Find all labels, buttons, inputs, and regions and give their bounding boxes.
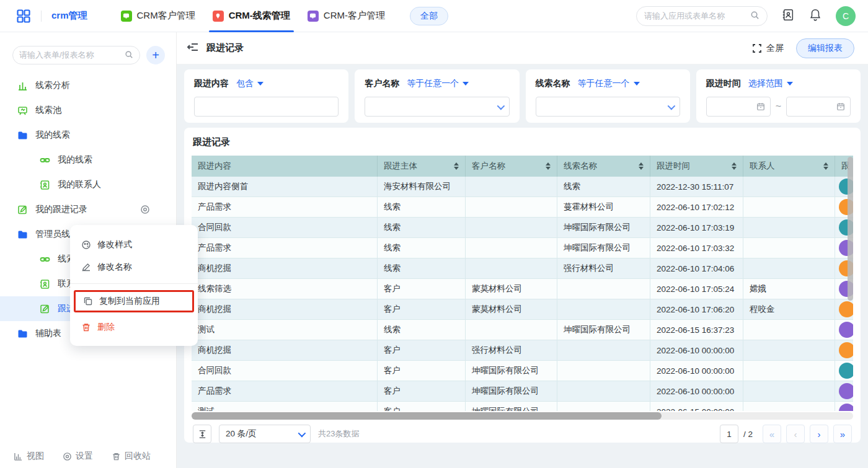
sort-icon[interactable] (823, 162, 828, 170)
pagination-bar: 20 条/页 共23条数据 1 / 2 « ‹ › » (192, 420, 853, 448)
recycle-bin-button[interactable]: 回收站 (112, 451, 151, 462)
menu-item-copy-to-app[interactable]: 复制到当前应用 (74, 290, 194, 312)
column-header[interactable]: 跟进主体 (378, 156, 466, 177)
column-header[interactable]: 跟进内容 (192, 156, 378, 177)
table-row[interactable]: 合同回款 线索 坤曜国际有限公司 2022-06-10 17:03:19 (192, 218, 853, 238)
date-start-input[interactable] (706, 97, 771, 117)
chevron-down-icon (298, 429, 306, 437)
table-row[interactable]: 跟进内容侧首 海安材料有限公司 线索 2022-12-30 15:11:07 (192, 177, 853, 197)
filter-text-input[interactable] (194, 97, 339, 117)
last-page-button[interactable]: » (833, 425, 852, 443)
column-header[interactable]: 跟进时间 (650, 156, 743, 177)
edit-note-icon (17, 205, 28, 215)
followup-records-card: 跟进记录 跟进内容 跟进主体 客户名称 (184, 128, 861, 443)
sort-icon[interactable] (639, 162, 644, 170)
tab-crm-customer-mgmt[interactable]: CRM客户管理 (112, 0, 204, 32)
collapse-sidebar-icon[interactable] (187, 41, 199, 56)
home-app-link[interactable]: crm管理 (51, 10, 87, 22)
table: 跟进内容 跟进主体 客户名称 线索名称 (192, 156, 853, 411)
contact-card-icon (40, 180, 50, 190)
fullscreen-button[interactable]: 全屏 (752, 43, 784, 54)
sort-icon[interactable] (546, 162, 551, 170)
follower-avatar (839, 342, 853, 358)
sidebar-item-my-contacts[interactable]: 我的联系人 (0, 172, 176, 197)
user-avatar[interactable]: C (836, 6, 856, 26)
operator-dropdown[interactable]: 等于任意一个 (578, 78, 640, 89)
views-button[interactable]: 视图 (14, 451, 44, 462)
menu-item-edit-style[interactable]: 修改样式 (70, 234, 198, 256)
table-row[interactable]: 产品需求 客户 坤曜国际有限公司 2022-06-10 00:00:00 (192, 381, 853, 402)
notifications-bell-icon[interactable] (808, 8, 822, 24)
first-page-button[interactable]: « (763, 425, 781, 443)
sort-icon[interactable] (732, 162, 737, 170)
total-count: 共23条数据 (318, 428, 359, 439)
filter-label: 跟进时间 (706, 78, 741, 89)
table-row[interactable]: 商机挖掘 客户 蒙莫材料公司 2022-06-10 17:06:20 程咬金 (192, 299, 853, 320)
scrollbar-thumb[interactable] (192, 412, 662, 420)
sidebar-item-label: 我的线索 (58, 154, 92, 166)
table-row[interactable]: 商机挖掘 客户 强行材料公司 2022-06-10 00:00:00 (192, 340, 853, 361)
app-icon-purple (308, 11, 319, 22)
menu-item-rename[interactable]: 修改名称 (70, 256, 198, 278)
column-header[interactable]: 联系人 (743, 156, 835, 177)
search-placeholder: 请输入应用或表单名称 (644, 11, 750, 22)
operator-dropdown[interactable]: 选择范围 (748, 78, 793, 89)
follower-avatar (839, 301, 853, 317)
all-apps-button[interactable]: 全部 (410, 7, 448, 25)
chevron-down-icon (667, 102, 675, 110)
gear-icon[interactable] (140, 205, 150, 214)
tab-crm-client-mgmt[interactable]: CRM-客户管理 (299, 0, 394, 32)
contacts-icon[interactable] (781, 8, 795, 24)
sort-icon[interactable] (454, 162, 459, 170)
horizontal-scrollbar[interactable] (192, 412, 853, 420)
edit-report-button[interactable]: 编辑报表 (796, 38, 854, 58)
settings-button[interactable]: 设置 (63, 451, 93, 462)
sidebar-item-lead-pool[interactable]: 线索池 (0, 98, 176, 123)
sidebar-item-label: 我的联系人 (58, 179, 101, 190)
table-title: 跟进记录 (193, 136, 853, 148)
page-size-select[interactable]: 20 条/页 (219, 425, 311, 443)
vertical-scrollbar[interactable] (848, 157, 853, 301)
table-row[interactable]: 合同回款 客户 坤曜国际有限公司 2022-06-10 00:00:00 (192, 361, 853, 381)
page-title: 跟进记录 (206, 42, 244, 54)
table-row[interactable]: 线索筛选 客户 蒙莫材料公司 2022-06-10 17:05:24 嫦娥 (192, 279, 853, 299)
column-header[interactable]: 客户名称 (466, 156, 557, 177)
menu-item-delete[interactable]: 删除 (70, 316, 198, 338)
table-row[interactable]: 产品需求 线索 坤曜国际有限公司 2022-06-10 17:03:32 (192, 238, 853, 258)
tab-crm-lead-mgmt[interactable]: CRM-线索管理 (204, 0, 299, 32)
table-body: 跟进内容侧首 海安材料有限公司 线索 2022-12-30 15:11:07 产… (192, 177, 853, 411)
filter-select[interactable] (536, 97, 680, 117)
next-page-button[interactable]: › (810, 425, 828, 443)
date-end-input[interactable] (786, 97, 851, 117)
chevron-down-icon (497, 102, 505, 110)
sidebar-item-my-followups[interactable]: 我的跟进记录 (0, 197, 176, 222)
filter-label: 线索名称 (536, 78, 570, 89)
sidebar-item-my-leads[interactable]: 我的线索 (0, 148, 176, 172)
add-form-button[interactable]: + (146, 46, 165, 64)
prev-page-button[interactable]: ‹ (786, 425, 805, 443)
filter-select[interactable] (365, 97, 509, 117)
global-search-input[interactable]: 请输入应用或表单名称 (636, 6, 768, 26)
current-page-input[interactable]: 1 (720, 425, 738, 443)
sidebar-search-input[interactable]: 请输入表单/报表名称 (12, 46, 140, 64)
row-height-button[interactable] (193, 425, 211, 443)
table-row[interactable]: 商机挖掘 线索 强行材料公司 2022-06-10 17:04:06 (192, 258, 853, 279)
table-row[interactable]: 产品需求 线索 蔓霍材料公司 2022-06-10 17:02:12 (192, 197, 853, 218)
table-row[interactable]: 测试 线索 坤曜国际有限公司 2022-06-15 16:37:23 (192, 320, 853, 340)
column-header[interactable]: 线索名称 (557, 156, 650, 177)
apps-grid-icon[interactable] (16, 9, 31, 24)
operator-dropdown[interactable]: 包含 (236, 78, 264, 89)
filter-followup-time: 跟进时间 选择范围 ~ (696, 69, 861, 123)
calendar-icon (836, 102, 845, 111)
page-header: 跟进记录 全屏 编辑报表 (177, 32, 868, 64)
sidebar-item-lead-analysis[interactable]: 线索分析 (0, 73, 176, 98)
sidebar-folder-my-leads[interactable]: 我的线索 (0, 123, 176, 148)
folder-icon (17, 229, 28, 240)
operator-dropdown[interactable]: 等于任意一个 (407, 78, 469, 89)
filter-bar: 跟进内容 包含 客户名称 等于任意一个 线索名称 等于任意一个 跟进时间 选择范… (184, 69, 861, 123)
caret-down-icon (463, 82, 469, 86)
table-row[interactable]: 测试 客户 坤曜国际有限公司 2022-06-15 00:00:00 (192, 402, 853, 411)
sidebar-item-label: 线索分析 (35, 80, 70, 91)
follower-avatar (839, 322, 853, 338)
style-palette-icon (81, 240, 91, 250)
